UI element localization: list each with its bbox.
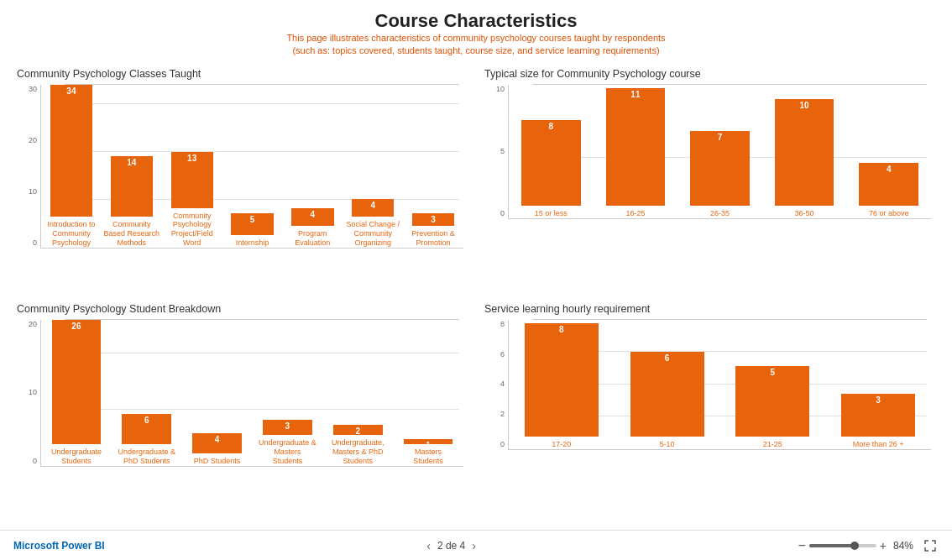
bar[interactable]: 8 bbox=[521, 120, 580, 206]
bar[interactable]: 4 bbox=[352, 199, 394, 217]
bar-group: 4ProgramEvaluation bbox=[282, 85, 343, 248]
bar[interactable]: 3 bbox=[841, 394, 915, 437]
bar-category-label: 15 or less bbox=[535, 209, 568, 218]
bar-category-label: 5-10 bbox=[660, 440, 675, 449]
student-breakdown-y-axis: 20 10 0 bbox=[17, 320, 40, 467]
bar-value-label: 2 bbox=[333, 427, 383, 436]
bar[interactable]: 8 bbox=[525, 323, 599, 437]
bar-category-label: Undergraduate,Masters & PhDStudents bbox=[332, 438, 384, 465]
bar-group: 4PhD Students bbox=[182, 320, 253, 466]
bar-group: 815 or less bbox=[509, 85, 594, 218]
bar-group: 14CommunityBased ResearchMethods bbox=[102, 85, 162, 248]
bar-group: 4Social Change /CommunityOrganizing bbox=[343, 85, 403, 248]
bar-value-label: 5 bbox=[735, 368, 809, 377]
bar-category-label: ProgramEvaluation bbox=[295, 229, 330, 248]
bar-category-label: CommunityBased ResearchMethods bbox=[104, 220, 160, 247]
bar[interactable]: 4 bbox=[192, 433, 242, 453]
bar[interactable]: 14 bbox=[111, 156, 153, 217]
bar-value-label: 26 bbox=[52, 322, 102, 331]
bar-value-label: 7 bbox=[690, 133, 749, 142]
bar-value-label: 6 bbox=[630, 353, 704, 363]
bar[interactable]: 2 bbox=[333, 425, 383, 435]
bar-category-label: Prevention &Promotion bbox=[411, 229, 455, 248]
bar-value-label: 5 bbox=[231, 215, 273, 224]
bar-category-label: PhD Students bbox=[194, 457, 241, 466]
student-breakdown-panel: Community Psychology Student Breakdown 2… bbox=[8, 296, 476, 531]
bar[interactable]: 26 bbox=[52, 320, 102, 444]
bar[interactable]: 6 bbox=[630, 352, 704, 437]
bar-group: 2Undergraduate,Masters & PhDStudents bbox=[322, 320, 393, 466]
bar[interactable]: 3 bbox=[263, 420, 312, 435]
bar-category-label: Masters Students bbox=[399, 447, 458, 466]
page-header: Course Characteristics This page illustr… bbox=[0, 0, 952, 61]
typical-size-y-axis: 10 5 0 bbox=[484, 85, 508, 219]
bar-category-label: Internship bbox=[236, 238, 269, 248]
bar-category-label: 17-20 bbox=[552, 440, 571, 449]
bar[interactable]: 4 bbox=[291, 208, 333, 226]
nav-label: 2 de 4 bbox=[437, 540, 465, 552]
zoom-controls: − + 84% bbox=[798, 538, 913, 553]
bar-group: 1116-25 bbox=[594, 85, 678, 218]
service-learning-y-axis: 8 6 4 2 0 bbox=[484, 320, 508, 450]
bar-value-label: 4 bbox=[352, 201, 394, 210]
bar[interactable]: 10 bbox=[775, 99, 834, 206]
bar-category-label: 26-35 bbox=[710, 209, 730, 218]
bar-group: 5Internship bbox=[222, 85, 283, 248]
bar-group: 6Undergraduate &PhD Students bbox=[112, 320, 182, 466]
bar[interactable]: 1 bbox=[404, 439, 453, 444]
page-title: Course Characteristics bbox=[0, 10, 952, 32]
fullscreen-icon[interactable] bbox=[922, 537, 939, 554]
bar[interactable]: 5 bbox=[231, 213, 273, 235]
service-learning-title: Service learning hourly requirement bbox=[484, 303, 935, 315]
bar-group: 65-10 bbox=[615, 320, 720, 449]
bar-category-label: 36-50 bbox=[795, 209, 814, 218]
nav-next[interactable]: › bbox=[472, 539, 476, 552]
bar-group: 521-25 bbox=[720, 320, 826, 449]
bar-category-label: More than 26 + bbox=[853, 440, 904, 449]
bar-group: 1Masters Students bbox=[393, 320, 463, 466]
bar-group: 3Prevention &Promotion bbox=[403, 85, 463, 248]
bar-category-label: Introduction toCommunityPsychology bbox=[47, 220, 95, 247]
classes-taught-chart: 34Introduction toCommunityPsychology14Co… bbox=[40, 85, 463, 249]
classes-taught-panel: Community Psychology Classes Taught 30 2… bbox=[8, 61, 476, 296]
bar-group: 26UndergraduateStudents bbox=[41, 320, 112, 466]
bar[interactable]: 11 bbox=[606, 88, 665, 206]
bar-category-label: UndergraduateStudents bbox=[51, 447, 102, 466]
bar-group: 3More than 26 + bbox=[825, 320, 931, 449]
bar-value-label: 4 bbox=[192, 435, 242, 444]
bar[interactable]: 7 bbox=[690, 131, 749, 206]
bar-value-label: 13 bbox=[171, 154, 213, 163]
bar-group: 817-20 bbox=[509, 320, 615, 449]
charts-container: Community Psychology Classes Taught 30 2… bbox=[0, 61, 952, 531]
bar[interactable]: 4 bbox=[859, 163, 918, 206]
bar-category-label: 21-25 bbox=[763, 440, 782, 449]
bar[interactable]: 3 bbox=[412, 213, 454, 226]
page-subtitle-line2: (such as: topics covered, students taugh… bbox=[0, 44, 952, 57]
brand-link[interactable]: Microsoft Power BI bbox=[13, 540, 105, 552]
typical-size-chart: 815 or less1116-25726-351036-50476 or ab… bbox=[508, 85, 931, 219]
bar[interactable]: 6 bbox=[122, 414, 171, 444]
zoom-plus[interactable]: + bbox=[880, 539, 887, 552]
zoom-minus[interactable]: − bbox=[798, 538, 805, 553]
zoom-slider[interactable] bbox=[809, 544, 876, 547]
pagination: ‹ 2 de 4 › bbox=[426, 539, 476, 552]
typical-size-title: Typical size for Community Psychology co… bbox=[484, 68, 935, 80]
bar[interactable]: 13 bbox=[171, 152, 213, 208]
bar-value-label: 3 bbox=[841, 395, 915, 405]
bar[interactable]: 5 bbox=[735, 366, 809, 437]
bar-group: 13CommunityPsychologyProject/FieldWord bbox=[162, 85, 222, 248]
bar-category-label: Undergraduate &Masters Students bbox=[258, 438, 316, 465]
bar-category-label: CommunityPsychologyProject/FieldWord bbox=[171, 212, 213, 248]
bar[interactable]: 34 bbox=[50, 85, 92, 217]
service-learning-chart: 817-2065-10521-253More than 26 + bbox=[508, 320, 931, 450]
nav-prev[interactable]: ‹ bbox=[426, 539, 431, 552]
bar-group: 3Undergraduate &Masters Students bbox=[252, 320, 322, 466]
bar-value-label: 1 bbox=[404, 441, 453, 450]
bar-group: 476 or above bbox=[846, 85, 931, 218]
classes-taught-y-axis: 30 20 10 0 bbox=[17, 85, 40, 249]
bar-group: 1036-50 bbox=[762, 85, 847, 218]
bar-group: 34Introduction toCommunityPsychology bbox=[41, 85, 102, 248]
student-breakdown-title: Community Psychology Student Breakdown bbox=[17, 303, 468, 315]
service-learning-panel: Service learning hourly requirement 8 6 … bbox=[476, 296, 944, 531]
zoom-percent: 84% bbox=[893, 540, 913, 552]
